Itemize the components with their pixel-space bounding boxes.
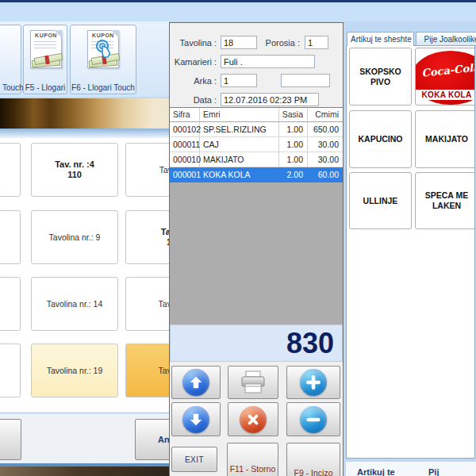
table-button-partial-right[interactable]: Tavoli bbox=[125, 344, 169, 397]
table-button-tav-4[interactable]: Tav. nr. :4 110 bbox=[31, 143, 118, 197]
table-button-partial[interactable] bbox=[0, 210, 21, 264]
table-button-label: Tavol bbox=[148, 165, 169, 175]
cancel-x-icon bbox=[240, 406, 267, 433]
arka-secondary-input[interactable] bbox=[281, 74, 330, 87]
table-button-tavolina-9[interactable]: Tavolina nr.: 9 bbox=[31, 210, 118, 264]
cell-sifra: 000010 bbox=[170, 152, 200, 167]
partial-tab-label[interactable]: Artikuj te bbox=[357, 467, 395, 476]
table-button-partial[interactable] bbox=[0, 277, 21, 331]
move-up-button[interactable] bbox=[171, 366, 221, 399]
decrease-quantity-button[interactable] bbox=[286, 402, 340, 436]
pos-app-window: Touch KUPON F5 - Llogari KUPON bbox=[0, 0, 476, 476]
f9-incizo-label: F9 - Incizo bbox=[294, 468, 332, 476]
products-grid: SKOPSKO PIVO Coca-Cola KOKA KOLA KAPUCIN… bbox=[346, 45, 475, 459]
table-button-partial-right[interactable]: Tav. 1 bbox=[125, 210, 169, 264]
col-header-emri[interactable]: Emri bbox=[200, 108, 279, 121]
f6-llogari-touch-label: F6 - Llogari Touch bbox=[71, 83, 136, 92]
col-header-sasia[interactable]: Sasia bbox=[279, 108, 308, 121]
cell-cmimi: 60.00 bbox=[308, 167, 343, 182]
printer-icon bbox=[240, 370, 267, 394]
arrow-down-icon bbox=[182, 406, 209, 433]
product-button-kapucino[interactable]: KAPUCINO bbox=[349, 110, 412, 168]
f6-llogari-touch-button[interactable]: KUPON F6 - Llogari Touch bbox=[70, 25, 136, 94]
kupon-receipt-money-icon: KUPON bbox=[30, 30, 62, 68]
cell-sasia: 2.00 bbox=[279, 167, 308, 182]
arrow-up-icon bbox=[182, 369, 209, 396]
order-items-table: Sifra Emri Sasia Cmimi 000102 SP.SEL.RIZ… bbox=[170, 107, 343, 325]
cell-sasia: 1.00 bbox=[279, 152, 308, 167]
arka-label: Arka : bbox=[170, 76, 217, 86]
cell-cmimi: 30.00 bbox=[308, 137, 343, 152]
f11-storno-label: F11 - Storno bbox=[230, 464, 276, 474]
tab-pije-joalkoolike[interactable]: Pije Joalkoolike bbox=[416, 32, 476, 46]
tables-area: Tav. nr. :4 110 Tavol Tavolina nr.: 9 Ta… bbox=[0, 97, 169, 476]
cell-emri: KOKA KOLA bbox=[200, 167, 279, 182]
plus-icon bbox=[300, 369, 327, 396]
product-button-makijato[interactable]: MAKIJATO bbox=[415, 110, 475, 168]
cell-sasia: 1.00 bbox=[279, 137, 308, 152]
increase-quantity-button[interactable] bbox=[286, 366, 340, 399]
koka-kola-strip: KOKA KOLA bbox=[416, 90, 475, 100]
data-input[interactable] bbox=[221, 93, 319, 106]
product-button-skopsko-pivo[interactable]: SKOPSKO PIVO bbox=[349, 48, 412, 106]
move-down-button[interactable] bbox=[171, 402, 221, 436]
exit-button[interactable]: EXIT bbox=[171, 447, 217, 472]
cell-sifra: 000001 bbox=[170, 167, 200, 182]
table-row-selected[interactable]: 000001 KOKA KOLA 2.00 60.00 bbox=[170, 167, 343, 182]
table-row[interactable]: 000010 MAKIJATO 1.00 30.00 bbox=[170, 152, 343, 167]
touch-hand-icon bbox=[92, 37, 113, 64]
tab-artikuj-te-sheshte[interactable]: Artikuj te sheshte bbox=[347, 32, 414, 46]
product-label: KAPUCINO bbox=[358, 134, 402, 144]
cell-emri: MAKIJATO bbox=[200, 152, 279, 167]
table-button-partial-right[interactable]: Tavol bbox=[125, 143, 169, 197]
delete-item-button[interactable] bbox=[228, 402, 278, 436]
product-label: LAKEN bbox=[425, 201, 468, 211]
ribbon-toolbar: Touch KUPON F5 - Llogari KUPON bbox=[0, 21, 169, 97]
window-title-band bbox=[0, 2, 476, 21]
table-button-sublabel: 1 bbox=[148, 237, 169, 248]
cell-emri: SP.SEL.RIZLING bbox=[200, 122, 279, 136]
cell-sifra: 000102 bbox=[170, 122, 200, 136]
product-label: SPECA ME bbox=[425, 190, 468, 201]
table-button-partial[interactable] bbox=[0, 344, 21, 397]
porosia-label: Porosia : bbox=[249, 38, 300, 48]
articles-panel: Artikuj te sheshte Pije Joalkoolike SKOP… bbox=[346, 26, 476, 460]
order-table-header: Sifra Emri Sasia Cmimi bbox=[170, 108, 343, 122]
cell-sifra: 000011 bbox=[170, 137, 200, 152]
kamarieri-label: Kamarieri : bbox=[170, 57, 217, 67]
f5-llogari-button[interactable]: KUPON F5 - Llogari bbox=[23, 25, 67, 94]
money-stack-icon bbox=[32, 52, 63, 67]
table-button-label: Tavoli bbox=[148, 299, 169, 309]
cell-cmimi: 30.00 bbox=[308, 152, 343, 167]
partial-tab-label[interactable]: Pij bbox=[428, 467, 439, 476]
wood-banner bbox=[0, 98, 169, 129]
table-button-tavolina-14[interactable]: Tavolina nr.: 14 bbox=[31, 277, 118, 331]
kamarieri-input[interactable] bbox=[221, 55, 315, 68]
print-button[interactable] bbox=[228, 366, 278, 399]
table-button-partial[interactable] bbox=[0, 143, 21, 197]
toolbar-button-partial-touch[interactable]: Touch bbox=[0, 25, 21, 94]
product-button-koka-kola[interactable]: Coca-Cola KOKA KOLA bbox=[415, 48, 475, 106]
bottom-left-strip: An bbox=[0, 413, 169, 464]
kupon-doc-title: KUPON bbox=[31, 33, 61, 38]
table-button-label: Tavoli bbox=[148, 366, 169, 376]
table-button-partial-right[interactable]: Tavoli bbox=[125, 277, 169, 331]
product-button-speca-me-laken[interactable]: SPECA ME LAKEN bbox=[415, 172, 475, 229]
col-header-sifra[interactable]: Sifra bbox=[170, 108, 200, 121]
table-row[interactable]: 000102 SP.SEL.RIZLING 1.00 650.00 bbox=[170, 122, 343, 137]
f9-incizo-button[interactable]: F9 - Incizo bbox=[286, 443, 340, 476]
f11-storno-button[interactable]: F11 - Storno bbox=[227, 443, 278, 476]
table-row[interactable]: 000011 CAJ 1.00 30.00 bbox=[170, 137, 343, 152]
banner-blue-strip bbox=[0, 129, 169, 138]
cell-sasia: 1.00 bbox=[279, 122, 308, 136]
bottom-strip-partial-button-an[interactable]: An bbox=[135, 419, 169, 460]
product-label: KOKA KOLA bbox=[422, 90, 472, 100]
col-header-cmimi[interactable]: Cmimi bbox=[308, 108, 343, 121]
product-button-ullinje[interactable]: ULLINJE bbox=[349, 172, 412, 229]
porosia-input[interactable] bbox=[305, 36, 328, 49]
bottom-strip-partial-button[interactable] bbox=[0, 419, 21, 460]
table-button-tavolina-19[interactable]: Tavolina nr.: 19 bbox=[31, 344, 118, 397]
cell-emri: CAJ bbox=[200, 137, 279, 152]
arka-input[interactable] bbox=[221, 74, 257, 87]
toolbar-partial-label: Touch bbox=[0, 83, 21, 92]
